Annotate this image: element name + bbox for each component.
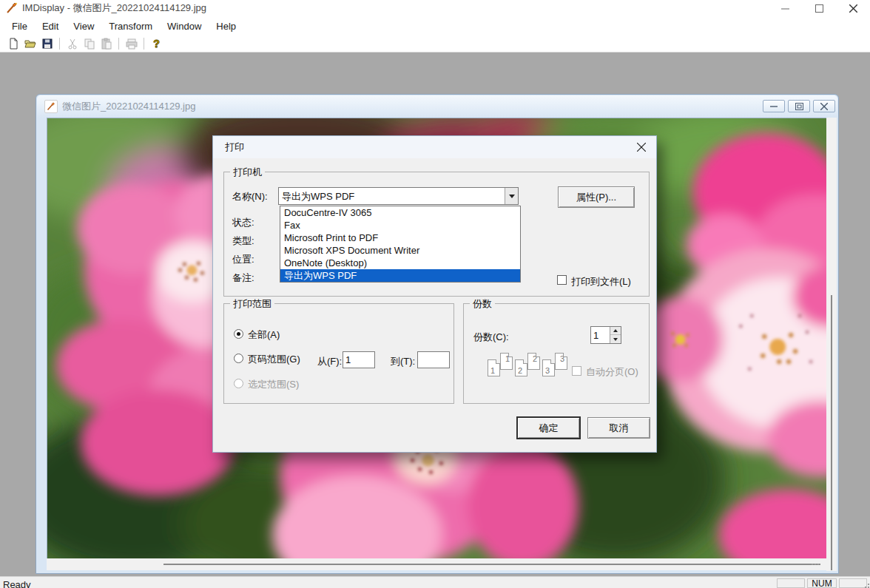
printer-name-label: 名称(N): — [232, 190, 268, 203]
print-dialog: 打印 打印机 名称(N): 导出为WPS PDF 属性(P)... 状态: 类型… — [212, 135, 657, 453]
copies-spinner[interactable] — [590, 326, 621, 344]
collate-pages-icon: 2 2 — [515, 353, 540, 382]
from-label: 从(F): — [317, 355, 342, 368]
dialog-close-icon[interactable] — [635, 141, 647, 153]
printer-status-label: 状态: — [232, 216, 254, 229]
new-document-icon — [7, 38, 19, 50]
from-page-input[interactable] — [343, 351, 375, 368]
printer-combobox[interactable]: 导出为WPS PDF — [278, 187, 519, 205]
cancel-button[interactable]: 取消 — [587, 417, 650, 439]
range-all-radio[interactable] — [234, 329, 243, 339]
toolbar-separator — [59, 38, 60, 50]
menu-window[interactable]: Window — [160, 18, 209, 34]
vertical-scrollbar-thumb[interactable] — [831, 295, 832, 570]
open-file-button[interactable] — [21, 36, 38, 52]
print-icon — [126, 38, 138, 50]
resize-grip[interactable] — [863, 581, 869, 588]
menu-bar: File Edit View Transform Window Help — [0, 16, 870, 36]
combobox-dropdown-button[interactable] — [505, 188, 518, 204]
help-question-icon: ? — [153, 38, 160, 50]
document-title-bar[interactable]: 微信图片_20221024114129.jpg — [37, 95, 837, 118]
save-icon — [41, 38, 53, 50]
new-file-button[interactable] — [4, 36, 21, 52]
range-selection-radio — [234, 379, 243, 388]
doc-minimize-icon[interactable] — [763, 100, 785, 112]
print-button — [123, 36, 140, 52]
copies-down-button[interactable] — [610, 335, 621, 343]
menu-transform[interactable]: Transform — [101, 18, 160, 34]
menu-file[interactable]: File — [4, 18, 35, 34]
ok-button[interactable]: 确定 — [517, 417, 580, 439]
to-label: 到(T): — [391, 355, 415, 368]
document-title: 微信图片_20221024114129.jpg — [62, 100, 195, 113]
printer-type-label: 类型: — [232, 234, 254, 248]
vertical-scrollbar[interactable] — [826, 118, 837, 571]
to-page-input[interactable] — [417, 351, 450, 368]
printer-option[interactable]: Fax — [280, 219, 520, 232]
scrollbar-grip-dots — [812, 564, 822, 566]
printer-option[interactable]: Microsoft Print to PDF — [280, 232, 520, 244]
menu-edit[interactable]: Edit — [35, 18, 66, 34]
print-range-group-label: 打印范围 — [230, 297, 274, 311]
title-bar: IMDisplay - 微信图片_20221024114129.jpg — [0, 0, 870, 16]
status-bar: Ready NUM — [0, 576, 870, 588]
maximize-icon[interactable] — [802, 0, 836, 16]
printer-option[interactable]: OneNote (Desktop) — [280, 257, 520, 269]
toolbar-separator — [144, 38, 144, 50]
printer-option-selected[interactable]: 导出为WPS PDF — [280, 269, 520, 282]
close-icon[interactable] — [836, 0, 870, 16]
printer-location-label: 位置: — [232, 253, 254, 266]
status-panel — [777, 578, 805, 588]
paste-icon — [101, 38, 112, 50]
paste-button — [98, 36, 115, 52]
help-button[interactable]: ? — [148, 36, 165, 52]
print-to-file-label[interactable]: 打印到文件(L) — [571, 275, 631, 288]
imdisplay-window: IMDisplay - 微信图片_20221024114129.jpg File… — [0, 0, 870, 588]
horizontal-scrollbar-thumb[interactable] — [163, 564, 820, 565]
spin-up-icon — [613, 329, 618, 332]
range-pages-label[interactable]: 页码范围(G) — [248, 353, 300, 366]
menu-help[interactable]: Help — [209, 18, 243, 34]
spin-down-icon — [613, 338, 618, 341]
collate-label: 自动分页(O) — [586, 365, 638, 379]
printer-comment-label: 备注: — [232, 271, 254, 285]
status-text: Ready — [3, 579, 31, 588]
save-button[interactable] — [38, 36, 55, 52]
window-title: IMDisplay - 微信图片_20221024114129.jpg — [22, 1, 206, 15]
range-pages-radio[interactable] — [234, 354, 243, 363]
copy-icon — [84, 38, 95, 50]
print-dialog-title-bar[interactable]: 打印 — [213, 136, 656, 158]
copies-input[interactable] — [591, 327, 610, 343]
doc-restore-icon[interactable] — [788, 100, 810, 112]
collate-pages-icon: 1 1 — [488, 353, 513, 382]
cut-button — [64, 36, 81, 52]
num-lock-indicator: NUM — [807, 578, 837, 588]
menu-view[interactable]: View — [66, 18, 101, 34]
cut-icon — [67, 38, 78, 50]
properties-button[interactable]: 属性(P)... — [558, 186, 635, 208]
copies-count-label: 份数(C): — [473, 331, 509, 344]
print-dialog-title: 打印 — [225, 141, 244, 154]
collate-checkbox — [572, 366, 581, 376]
range-selection-label: 选定范围(S) — [248, 378, 299, 391]
document-brush-icon — [44, 100, 58, 113]
open-folder-icon — [24, 38, 36, 50]
collate-pages-icon: 3 3 — [542, 353, 567, 382]
app-brush-icon — [6, 2, 18, 14]
copy-button — [81, 36, 98, 52]
range-all-label[interactable]: 全部(A) — [248, 328, 280, 342]
chevron-down-icon — [509, 195, 515, 198]
printer-dropdown-list: DocuCentre-IV 3065 Fax Microsoft Print t… — [280, 206, 521, 283]
printer-option[interactable]: Microsoft XPS Document Writer — [280, 244, 520, 257]
minimize-icon[interactable] — [768, 0, 802, 16]
horizontal-scrollbar[interactable] — [47, 558, 826, 570]
copies-up-button[interactable] — [610, 327, 621, 335]
doc-close-icon[interactable] — [813, 100, 835, 112]
printer-option[interactable]: DocuCentre-IV 3065 — [280, 206, 520, 219]
printer-combobox-value: 导出为WPS PDF — [282, 190, 354, 203]
tool-bar: ? — [0, 36, 870, 53]
print-to-file-checkbox[interactable] — [557, 275, 567, 285]
printer-group-label: 打印机 — [230, 166, 265, 179]
copies-group-label: 份数 — [470, 297, 495, 311]
toolbar-separator — [118, 38, 119, 50]
